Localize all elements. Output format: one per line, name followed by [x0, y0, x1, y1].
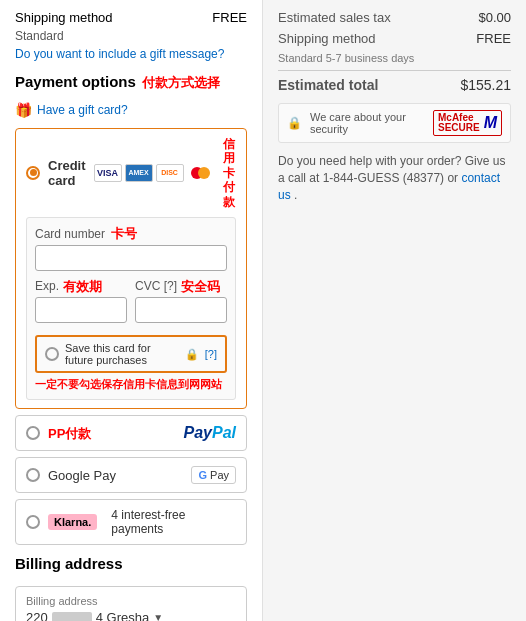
billing-label-sm: Billing address: [26, 595, 236, 607]
save-card-checkbox[interactable]: [45, 347, 59, 361]
annotation-card-number: 卡号: [111, 226, 137, 242]
annotation-credit-card: 信用卡付款: [223, 137, 236, 209]
cvc-label: CVC [?]: [135, 279, 177, 293]
shipping-label: Shipping method: [278, 31, 376, 46]
shipping-row: Shipping method FREE: [278, 31, 511, 46]
billing-address-value: 220: [26, 610, 48, 621]
mastercard-logo: [187, 164, 215, 182]
annotation-save-card: 一定不要勾选保存信用卡信息到网网站: [35, 378, 222, 390]
paypal-logo: PayPal: [184, 424, 236, 442]
credit-card-radio[interactable]: [26, 166, 40, 180]
chevron-down-icon[interactable]: ▼: [153, 612, 163, 621]
sales-tax-row: Estimated sales tax $0.00: [278, 10, 511, 25]
expiry-input[interactable]: [35, 297, 127, 323]
credit-card-option[interactable]: Credit card VISA AMEX DISC 信用卡付款 Card nu…: [15, 128, 247, 409]
gift-card-link[interactable]: Have a gift card?: [37, 103, 128, 117]
google-pay-radio[interactable]: [26, 468, 40, 482]
save-card-lock-icon: 🔒: [185, 348, 199, 361]
security-text: We care about your security: [310, 111, 425, 135]
google-pay-label: Google Pay: [48, 468, 116, 483]
total-label: Estimated total: [278, 77, 378, 93]
paypal-radio[interactable]: [26, 426, 40, 440]
card-number-field: Card number 卡号: [35, 226, 227, 271]
security-row: 🔒 We care about your security McAfee SEC…: [278, 103, 511, 143]
billing-title: Billing address: [15, 555, 123, 572]
visa-logo: VISA: [94, 164, 122, 182]
card-number-label: Card number: [35, 227, 105, 241]
sales-tax-label: Estimated sales tax: [278, 10, 391, 25]
gift-card-row[interactable]: 🎁 Have a gift card?: [15, 102, 247, 118]
save-card-question[interactable]: [?]: [205, 348, 217, 360]
shipping-method-name: Standard: [15, 29, 64, 43]
help-text: Do you need help with your order? Give u…: [278, 153, 511, 203]
discover-logo: DISC: [156, 164, 184, 182]
lock-icon: 🔒: [287, 116, 302, 130]
credit-card-form: Card number 卡号 Exp. 有效期: [26, 217, 236, 400]
gift-card-icon: 🎁: [15, 102, 32, 118]
total-value: $155.21: [460, 77, 511, 93]
credit-card-label: Credit card: [48, 158, 86, 188]
klarna-sublabel: 4 interest-free payments: [111, 508, 236, 536]
card-number-input[interactable]: [35, 245, 227, 271]
sales-tax-value: $0.00: [478, 10, 511, 25]
contact-period: .: [294, 188, 297, 202]
shipping-sub: Standard 5-7 business days: [278, 52, 511, 64]
annotation-expiry: 有效期: [63, 279, 102, 295]
billing-box: Billing address 220 4 Gresha ▼ Update ad…: [15, 586, 247, 621]
amex-logo: AMEX: [125, 164, 153, 182]
card-logos: VISA AMEX DISC: [94, 164, 215, 182]
annotation-paypal: PP付款: [48, 426, 91, 442]
gift-message-link[interactable]: Do you want to include a gift message?: [15, 47, 247, 61]
klarna-badge: Klarna.: [48, 514, 97, 530]
cvc-input[interactable]: [135, 297, 227, 323]
expiry-field: Exp. 有效期: [35, 279, 127, 324]
save-card-label: Save this card for future purchases: [65, 342, 179, 366]
klarna-radio[interactable]: [26, 515, 40, 529]
shipping-value: FREE: [476, 31, 511, 46]
klarna-option[interactable]: Klarna. 4 interest-free payments: [15, 499, 247, 545]
paypal-option[interactable]: PP付款 PayPal: [15, 415, 247, 451]
save-card-row[interactable]: Save this card for future purchases 🔒 [?…: [35, 335, 227, 373]
billing-section: Billing address Billing address 220 4 Gr…: [15, 555, 247, 621]
annotation-payment-title: 付款方式选择: [142, 75, 220, 91]
google-pay-option[interactable]: Google Pay G Pay: [15, 457, 247, 493]
shipping-method-label: Shipping method: [15, 10, 113, 25]
payment-options-title: Payment options: [15, 73, 136, 90]
gpay-badge: G Pay: [191, 466, 236, 484]
shipping-cost: FREE: [212, 10, 247, 25]
billing-address-masked: [52, 612, 92, 621]
billing-address-suffix: 4 Gresha: [96, 610, 149, 621]
cvc-field: CVC [?] 安全码: [135, 279, 227, 324]
expiry-label: Exp.: [35, 279, 59, 293]
annotation-cvc: 安全码: [181, 279, 220, 295]
mcafee-line2: SECURE: [438, 123, 480, 133]
total-row: Estimated total $155.21: [278, 70, 511, 93]
mcafee-badge: McAfee SECURE M: [433, 110, 502, 136]
